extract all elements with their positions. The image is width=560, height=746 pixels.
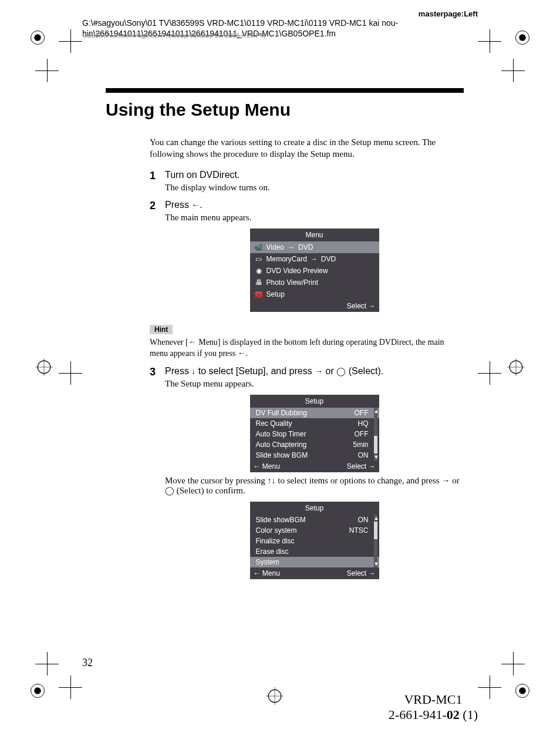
crop-mark-icon bbox=[35, 652, 59, 676]
step-number: 2 bbox=[150, 200, 156, 212]
menu-title: Setup bbox=[250, 395, 379, 408]
menu-footer: ← Menu Select → bbox=[250, 567, 379, 579]
prepress-header: masterpage:Left G:\#sagyou\Sony\01 TV\83… bbox=[82, 9, 478, 39]
step-3: 3 Press ↓ to select [Setup], and press →… bbox=[150, 366, 464, 579]
setup-menu-screenshot-1: Setup DV Full Dubbing OFF Rec Quality HQ… bbox=[250, 395, 379, 472]
arrow-left-icon: ← bbox=[254, 569, 261, 577]
step-description: Move the cursor by pressing ↑↓ to select… bbox=[165, 476, 464, 496]
setup-row-slide-show-bgm: Slide showBGM ON bbox=[250, 515, 379, 525]
registration-mark-icon bbox=[23, 23, 52, 52]
scroll-up-icon: ▲ bbox=[374, 515, 377, 522]
menu-item-dvd-preview: ◉ DVD Video Preview bbox=[250, 265, 379, 277]
step-2: 2 Press ←. The main menu appears. Menu 📹… bbox=[150, 200, 464, 312]
crop-mark-icon bbox=[478, 29, 501, 53]
select-circle-icon: ◯ bbox=[165, 486, 174, 495]
left-arrow-icon: ← bbox=[188, 337, 197, 347]
setup-row-system: System bbox=[250, 557, 379, 567]
step-description: The Setup menu appears. bbox=[165, 379, 464, 389]
page-number: 32 bbox=[82, 657, 93, 669]
svg-point-7 bbox=[519, 687, 526, 694]
crop-mark-icon bbox=[478, 361, 501, 385]
printer-icon: 🖶 bbox=[255, 278, 263, 287]
setup-row-color-system: Color system NTSC bbox=[250, 525, 379, 536]
step-number: 1 bbox=[150, 170, 156, 182]
menu-item-setup: 🧰 Setup bbox=[250, 288, 379, 300]
crop-mark-icon bbox=[501, 59, 525, 82]
arrow-right-icon: → bbox=[311, 255, 318, 263]
registration-mark-icon bbox=[507, 358, 525, 376]
document-footer: VRD-MC1 2-661-941-02 (1) bbox=[389, 692, 478, 723]
main-menu-screenshot: Menu 📹 Video → DVD ▭ MemoryCard → DVD bbox=[250, 228, 379, 312]
ghost-framemaker-text: GB01COV1.book Page 32 Thursday, January … bbox=[82, 32, 265, 39]
registration-mark-icon bbox=[266, 687, 284, 705]
filepath-line-1: G:\#sagyou\Sony\01 TV\836599S VRD-MC1\01… bbox=[82, 18, 398, 28]
menu-item-photo-view-print: 🖶 Photo View/Print bbox=[250, 277, 379, 288]
scroll-up-icon: ▲ bbox=[374, 408, 377, 415]
registration-mark-icon bbox=[23, 677, 52, 705]
menu-item-video-dvd: 📹 Video → DVD bbox=[250, 241, 379, 253]
setup-menu-screenshot-2: Setup Slide showBGM ON Color system NTSC… bbox=[250, 502, 379, 579]
step-heading: Turn on DVDirect. bbox=[165, 170, 464, 180]
right-arrow-icon: → bbox=[441, 476, 450, 485]
select-circle-icon: ◯ bbox=[336, 367, 346, 376]
right-arrow-icon: → bbox=[315, 367, 323, 376]
menu-title: Setup bbox=[250, 502, 379, 515]
menu-footer: ← Menu Select → bbox=[250, 461, 379, 472]
menu-item-memorycard-dvd: ▭ MemoryCard → DVD bbox=[250, 253, 379, 265]
crop-mark-icon bbox=[501, 652, 525, 676]
step-description: The main menu appears. bbox=[165, 213, 464, 223]
crop-mark-icon bbox=[478, 676, 501, 699]
setup-row-erase-disc: Erase disc bbox=[250, 546, 379, 557]
section-rule bbox=[106, 88, 464, 93]
svg-point-5 bbox=[34, 687, 41, 694]
registration-mark-icon bbox=[508, 677, 537, 705]
hint-label: Hint bbox=[150, 325, 173, 334]
up-down-arrow-icon: ↑↓ bbox=[268, 476, 276, 485]
svg-point-3 bbox=[519, 34, 526, 41]
step-description: The display window turns on. bbox=[165, 183, 464, 193]
toolbox-icon: 🧰 bbox=[255, 290, 263, 298]
arrow-right-icon: → bbox=[369, 569, 376, 577]
setup-row-dv-full-dubbing: DV Full Dubbing OFF bbox=[250, 408, 379, 418]
arrow-left-icon: ← bbox=[254, 462, 261, 471]
setup-row-rec-quality: Rec Quality HQ bbox=[250, 418, 379, 429]
page-title: Using the Setup Menu bbox=[106, 100, 464, 120]
step-1: 1 Turn on DVDirect. The display window t… bbox=[150, 170, 464, 193]
crop-mark-icon bbox=[59, 29, 82, 53]
scroll-down-icon: ▼ bbox=[374, 560, 377, 567]
svg-point-1 bbox=[34, 34, 41, 41]
setup-row-slide-show-bgm: Slide show BGM ON bbox=[250, 450, 379, 461]
setup-row-auto-chaptering: Auto Chaptering 5min bbox=[250, 439, 379, 450]
document-number: 2-661-941-02 (1) bbox=[389, 707, 478, 723]
model-number: VRD-MC1 bbox=[389, 692, 478, 707]
scrollbar: ▲ ▼ bbox=[374, 408, 377, 461]
setup-row-finalize-disc: Finalize disc bbox=[250, 536, 379, 546]
memory-card-icon: ▭ bbox=[255, 255, 263, 263]
step-heading: Press ↓ to select [Setup], and press → o… bbox=[165, 366, 464, 377]
menu-footer: Select → bbox=[250, 300, 379, 312]
disc-icon: ◉ bbox=[255, 267, 263, 275]
crop-mark-icon bbox=[59, 676, 82, 699]
arrow-right-icon: → bbox=[369, 302, 376, 310]
camcorder-icon: 📹 bbox=[255, 243, 263, 251]
step-number: 3 bbox=[150, 366, 156, 378]
arrow-right-icon: → bbox=[369, 462, 376, 471]
registration-mark-icon bbox=[35, 358, 53, 376]
hint-text: Whenever [← Menu] is displayed in the bo… bbox=[150, 337, 464, 359]
menu-title: Menu bbox=[250, 228, 379, 241]
intro-paragraph: You can change the various setting to cr… bbox=[150, 136, 464, 160]
arrow-right-icon: → bbox=[288, 243, 295, 251]
masterpage-label: masterpage:Left bbox=[82, 9, 478, 18]
scroll-down-icon: ▼ bbox=[374, 453, 377, 461]
scrollbar: ▲ ▼ bbox=[374, 515, 377, 567]
step-heading: Press ←. bbox=[165, 200, 464, 210]
left-arrow-icon: ← bbox=[238, 348, 246, 358]
registration-mark-icon bbox=[508, 23, 537, 52]
left-arrow-icon: ← bbox=[191, 200, 200, 210]
crop-mark-icon bbox=[35, 59, 59, 82]
crop-mark-icon bbox=[59, 361, 82, 385]
setup-row-auto-stop-timer: Auto Stop Timer OFF bbox=[250, 429, 379, 439]
